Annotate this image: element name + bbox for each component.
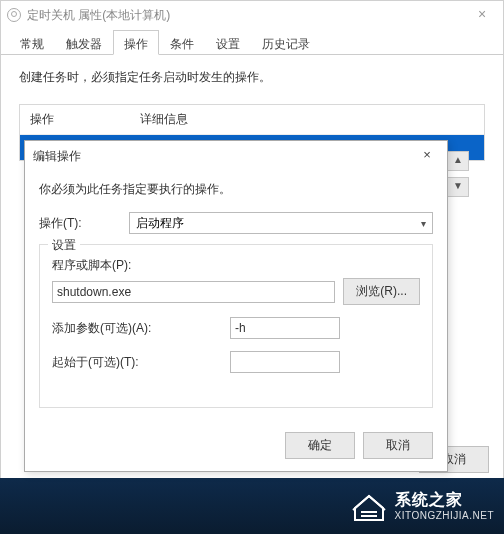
startin-label: 起始于(可选)(T): bbox=[52, 354, 222, 371]
col-action-header: 操作 bbox=[30, 111, 140, 128]
watermark: 系统之家 XITONGZHIJIA.NET bbox=[351, 488, 495, 524]
action-field-row: 操作(T): 启动程序 ▾ bbox=[39, 212, 433, 234]
tab-general[interactable]: 常规 bbox=[9, 30, 55, 55]
action-label: 操作(T): bbox=[39, 215, 129, 232]
group-legend: 设置 bbox=[48, 237, 80, 254]
taskbar-watermark: 系统之家 XITONGZHIJIA.NET bbox=[0, 478, 504, 534]
action-select[interactable]: 启动程序 ▾ bbox=[129, 212, 433, 234]
ok-button[interactable]: 确定 bbox=[285, 432, 355, 459]
parent-title: 定时关机 属性(本地计算机) bbox=[27, 7, 170, 24]
modal-titlebar: 编辑操作 × bbox=[25, 141, 447, 171]
modal-title: 编辑操作 bbox=[33, 148, 81, 165]
tab-history[interactable]: 历史记录 bbox=[251, 30, 321, 55]
watermark-text: 系统之家 XITONGZHIJIA.NET bbox=[395, 490, 495, 521]
watermark-url: XITONGZHIJIA.NET bbox=[395, 510, 495, 522]
modal-footer: 确定 取消 bbox=[25, 422, 447, 471]
args-input[interactable] bbox=[230, 317, 340, 339]
browse-button[interactable]: 浏览(R)... bbox=[343, 278, 420, 305]
program-input[interactable] bbox=[52, 281, 335, 303]
program-row: 浏览(R)... bbox=[52, 278, 420, 305]
tab-settings[interactable]: 设置 bbox=[205, 30, 251, 55]
modal-close-button[interactable]: × bbox=[415, 147, 439, 165]
modal-body: 你必须为此任务指定要执行的操作。 操作(T): 启动程序 ▾ 设置 程序或脚本(… bbox=[25, 171, 447, 422]
modal-cancel-button[interactable]: 取消 bbox=[363, 432, 433, 459]
actions-header: 操作 详细信息 bbox=[20, 105, 484, 135]
col-detail-header: 详细信息 bbox=[140, 111, 188, 128]
tab-strip: 常规 触发器 操作 条件 设置 历史记录 bbox=[1, 29, 503, 55]
args-row: 添加参数(可选)(A): bbox=[52, 317, 420, 339]
move-up-button[interactable]: ▲ bbox=[447, 151, 469, 171]
program-label: 程序或脚本(P): bbox=[52, 257, 420, 274]
house-icon bbox=[351, 488, 387, 524]
edit-action-dialog: 编辑操作 × 你必须为此任务指定要执行的操作。 操作(T): 启动程序 ▾ 设置… bbox=[24, 140, 448, 472]
settings-group: 设置 程序或脚本(P): 浏览(R)... 添加参数(可选)(A): 起始于(可… bbox=[39, 244, 433, 408]
startin-row: 起始于(可选)(T): bbox=[52, 351, 420, 373]
tab-actions[interactable]: 操作 bbox=[113, 30, 159, 55]
app-icon bbox=[7, 8, 21, 22]
parent-titlebar: 定时关机 属性(本地计算机) × bbox=[1, 1, 503, 29]
modal-description: 你必须为此任务指定要执行的操作。 bbox=[39, 181, 433, 198]
action-select-value: 启动程序 bbox=[136, 215, 184, 232]
watermark-name: 系统之家 bbox=[395, 490, 495, 509]
tab-triggers[interactable]: 触发器 bbox=[55, 30, 113, 55]
reorder-buttons: ▲ ▼ bbox=[447, 151, 469, 197]
chevron-down-icon: ▾ bbox=[421, 218, 426, 229]
parent-close-button[interactable]: × bbox=[467, 5, 497, 25]
args-label: 添加参数(可选)(A): bbox=[52, 320, 222, 337]
startin-input[interactable] bbox=[230, 351, 340, 373]
actions-description: 创建任务时，必须指定任务启动时发生的操作。 bbox=[19, 69, 485, 86]
move-down-button[interactable]: ▼ bbox=[447, 177, 469, 197]
tab-conditions[interactable]: 条件 bbox=[159, 30, 205, 55]
